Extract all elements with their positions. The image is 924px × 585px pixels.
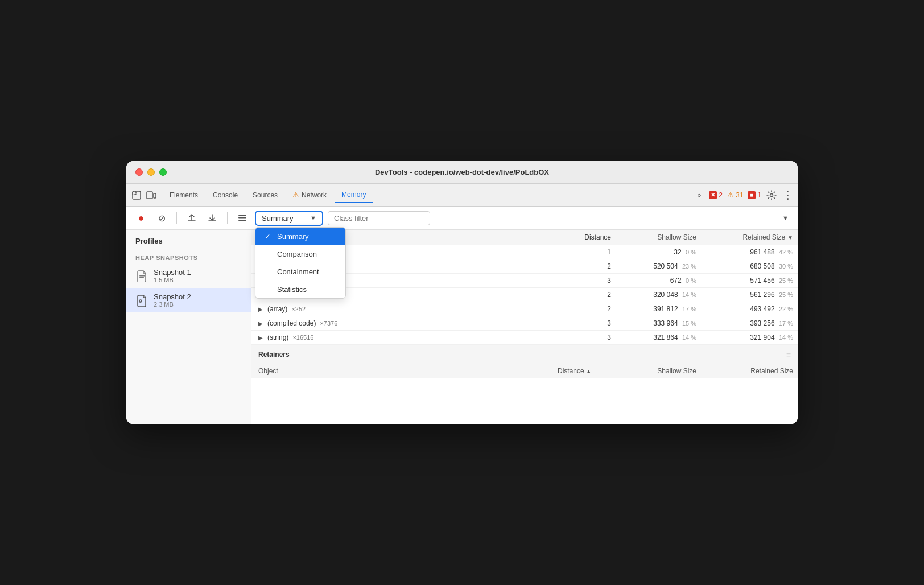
dropdown-item-comparison[interactable]: Comparison xyxy=(255,245,345,263)
row-shallow-2: 520 504 23 % xyxy=(616,259,701,273)
expand-icon[interactable]: ▶ xyxy=(258,320,265,327)
error-icon: ✕ xyxy=(709,191,717,199)
row-constructor-6: ▶ (compiled code) ×7376 xyxy=(251,316,564,330)
row-shallow-7: 321 864 14 % xyxy=(616,331,701,344)
snapshot-icon-1 xyxy=(135,269,149,283)
clear-button[interactable] xyxy=(234,210,250,226)
title-bar: DevTools - codepen.io/web-dot-dev/live/P… xyxy=(126,161,798,184)
row-shallow-6: 333 964 15 % xyxy=(616,316,701,330)
sidebar-item-snapshot1[interactable]: Snapshot 1 1.5 MB xyxy=(126,263,251,288)
record-button[interactable]: ● xyxy=(133,210,149,226)
expand-icon[interactable]: ▶ xyxy=(258,306,265,312)
row-retained-2: 680 508 30 % xyxy=(701,259,798,273)
retainers-title: Retainers xyxy=(258,351,290,359)
tab-network[interactable]: ⚠ Network xyxy=(286,187,333,203)
settings-icon[interactable] xyxy=(766,189,777,201)
row-retained-4: 561 296 25 % xyxy=(701,288,798,302)
dropdown-item-containment[interactable]: Containment xyxy=(255,263,345,281)
row-distance-1: 1 xyxy=(564,245,616,259)
summary-dropdown-wrapper: Summary ▼ ✓ Summary Comparison Co xyxy=(255,211,323,226)
row-retained-7: 321 904 14 % xyxy=(701,331,798,344)
sort-asc-icon: ▲ xyxy=(586,368,592,374)
row-distance-5: 2 xyxy=(564,302,616,316)
header-distance[interactable]: Distance xyxy=(564,230,616,245)
row-distance-3: 3 xyxy=(564,274,616,287)
tab-console[interactable]: Console xyxy=(206,188,245,203)
svg-rect-3 xyxy=(154,193,156,198)
row-shallow-3: 672 0 % xyxy=(616,274,701,287)
snapshot-1-info: Snapshot 1 1.5 MB xyxy=(154,268,191,283)
row-retained-5: 493 492 22 % xyxy=(701,302,798,316)
sort-desc-icon: ▼ xyxy=(787,234,793,241)
retainers-menu-icon[interactable]: ≡ xyxy=(786,350,791,359)
header-retained-size[interactable]: Retained Size ▼ xyxy=(701,230,798,245)
ret-header-distance[interactable]: Distance ▲ xyxy=(553,364,616,378)
row-distance-6: 3 xyxy=(564,316,616,330)
dropdown-item-statistics[interactable]: Statistics xyxy=(255,281,345,298)
row-retained-3: 571 456 25 % xyxy=(701,274,798,287)
svg-rect-9 xyxy=(139,277,144,278)
traffic-lights xyxy=(135,168,167,176)
tab-elements[interactable]: Elements xyxy=(163,188,205,203)
summary-dropdown-button[interactable]: Summary ▼ xyxy=(255,211,323,226)
sidebar-section-title: HEAP SNAPSHOTS xyxy=(126,250,251,263)
close-button[interactable] xyxy=(135,168,143,176)
filter-dropdown-arrow[interactable]: ▼ xyxy=(782,215,789,221)
tab-bar: Elements Console Sources ⚠ Network Memor… xyxy=(126,184,798,207)
retainers-header: Retainers ≡ xyxy=(251,345,798,364)
svg-rect-1 xyxy=(133,191,141,199)
more-options-icon[interactable]: ⋮ xyxy=(782,189,793,201)
window-title: DevTools - codepen.io/web-dot-dev/live/P… xyxy=(375,168,549,176)
toolbar-separator-1 xyxy=(176,212,177,224)
svg-rect-6 xyxy=(238,217,246,219)
upload-button[interactable] xyxy=(184,210,200,226)
stop-button[interactable]: ⊘ xyxy=(154,210,170,226)
expand-icon[interactable]: ▶ xyxy=(258,335,265,341)
warning-icon: ⚠ xyxy=(727,191,734,199)
maximize-button[interactable] xyxy=(159,168,167,176)
devtools-body: Elements Console Sources ⚠ Network Memor… xyxy=(126,184,798,424)
tab-bar-right: ✕ 2 ⚠ 31 ■ 1 ⋮ xyxy=(709,189,793,201)
checkmark-icon: ✓ xyxy=(265,232,273,241)
class-filter-input[interactable] xyxy=(328,211,430,225)
main-content: Profiles HEAP SNAPSHOTS Snapshot 1 1.5 xyxy=(126,230,798,424)
table-row[interactable]: ▶ (string) ×16516 3 321 864 14 % 321 904… xyxy=(251,331,798,345)
device-icon[interactable] xyxy=(146,189,157,201)
snapshot-2-info: Snapshot 2 2.3 MB xyxy=(154,292,191,308)
toolbar-separator-2 xyxy=(227,212,228,224)
ret-header-object[interactable]: Object xyxy=(251,364,553,378)
devtools-window: DevTools - codepen.io/web-dot-dev/live/P… xyxy=(126,161,798,424)
ret-header-shallow-size[interactable]: Shallow Size xyxy=(616,364,701,378)
toolbar: ● ⊘ xyxy=(126,207,798,230)
header-shallow-size[interactable]: Shallow Size xyxy=(616,230,701,245)
info-badge: ■ 1 xyxy=(748,191,761,199)
snapshot-icon-2 xyxy=(135,294,149,307)
ret-header-retained-size[interactable]: Retained Size xyxy=(701,364,798,378)
sidebar: Profiles HEAP SNAPSHOTS Snapshot 1 1.5 xyxy=(126,230,251,424)
row-constructor-7: ▶ (string) ×16516 xyxy=(251,331,564,344)
tab-memory[interactable]: Memory xyxy=(335,187,373,203)
retainers-section: Retainers ≡ Object Distance ▲ Shallow Si… xyxy=(251,345,798,424)
tab-sources[interactable]: Sources xyxy=(246,188,284,203)
row-shallow-1: 32 0 % xyxy=(616,245,701,259)
svg-rect-5 xyxy=(238,215,246,216)
sidebar-title: Profiles xyxy=(126,237,251,250)
table-row[interactable]: ▶ (array) ×252 2 391 812 17 % 493 492 22… xyxy=(251,302,798,316)
dropdown-item-summary[interactable]: ✓ Summary xyxy=(255,228,345,245)
svg-rect-8 xyxy=(139,275,145,277)
tab-more[interactable]: » xyxy=(691,188,708,203)
table-row[interactable]: ▶ (compiled code) ×7376 3 333 964 15 % 3… xyxy=(251,316,798,331)
row-retained-6: 393 256 17 % xyxy=(701,316,798,330)
row-distance-2: 2 xyxy=(564,259,616,273)
inspector-icon[interactable] xyxy=(131,189,142,201)
minimize-button[interactable] xyxy=(147,168,155,176)
svg-rect-7 xyxy=(238,220,246,221)
sidebar-item-snapshot2[interactable]: Snapshot 2 2.3 MB xyxy=(126,288,251,312)
svg-point-4 xyxy=(770,193,773,196)
network-warning-icon: ⚠ xyxy=(292,191,299,199)
warning-badge: ⚠ 31 xyxy=(727,191,743,199)
download-button[interactable] xyxy=(204,210,220,226)
error-badge: ✕ 2 xyxy=(709,191,723,199)
row-retained-1: 961 488 42 % xyxy=(701,245,798,259)
retainers-body xyxy=(251,378,798,424)
